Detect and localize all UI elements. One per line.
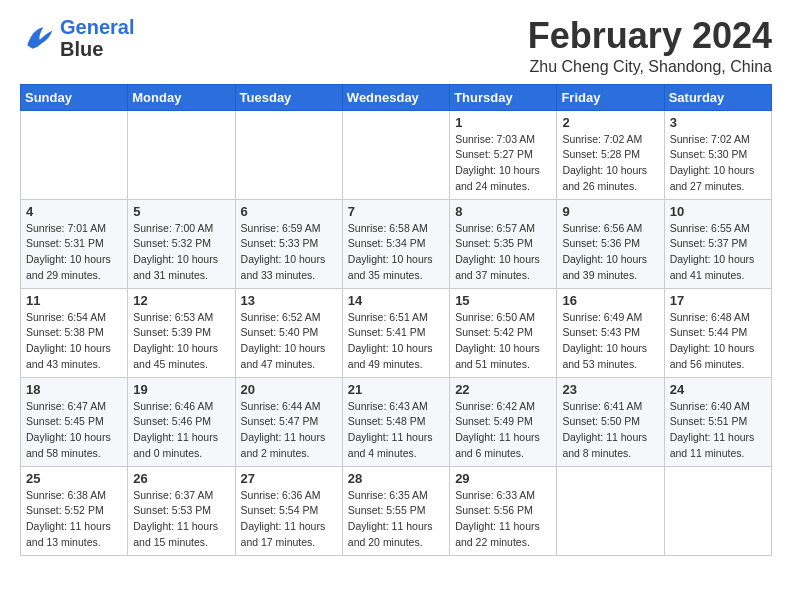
calendar-cell: 3Sunrise: 7:02 AMSunset: 5:30 PMDaylight…: [664, 110, 771, 199]
calendar-cell: [21, 110, 128, 199]
day-number: 8: [455, 204, 551, 219]
calendar-cell: 21Sunrise: 6:43 AMSunset: 5:48 PMDayligh…: [342, 377, 449, 466]
location-subtitle: Zhu Cheng City, Shandong, China: [528, 58, 772, 76]
day-number: 18: [26, 382, 122, 397]
day-info: Sunrise: 6:44 AMSunset: 5:47 PMDaylight:…: [241, 399, 337, 462]
logo: General Blue: [20, 16, 134, 60]
calendar-cell: 11Sunrise: 6:54 AMSunset: 5:38 PMDayligh…: [21, 288, 128, 377]
day-info: Sunrise: 6:37 AMSunset: 5:53 PMDaylight:…: [133, 488, 229, 551]
calendar-cell: 1Sunrise: 7:03 AMSunset: 5:27 PMDaylight…: [450, 110, 557, 199]
weekday-header-tuesday: Tuesday: [235, 84, 342, 110]
day-number: 19: [133, 382, 229, 397]
day-number: 2: [562, 115, 658, 130]
day-number: 28: [348, 471, 444, 486]
title-area: February 2024 Zhu Cheng City, Shandong, …: [528, 16, 772, 76]
weekday-header-monday: Monday: [128, 84, 235, 110]
day-number: 24: [670, 382, 766, 397]
day-info: Sunrise: 6:50 AMSunset: 5:42 PMDaylight:…: [455, 310, 551, 373]
calendar-cell: 25Sunrise: 6:38 AMSunset: 5:52 PMDayligh…: [21, 466, 128, 555]
calendar-cell: [557, 466, 664, 555]
calendar-week-row: 1Sunrise: 7:03 AMSunset: 5:27 PMDaylight…: [21, 110, 772, 199]
calendar-cell: 9Sunrise: 6:56 AMSunset: 5:36 PMDaylight…: [557, 199, 664, 288]
day-number: 27: [241, 471, 337, 486]
day-number: 16: [562, 293, 658, 308]
day-info: Sunrise: 7:00 AMSunset: 5:32 PMDaylight:…: [133, 221, 229, 284]
day-info: Sunrise: 6:47 AMSunset: 5:45 PMDaylight:…: [26, 399, 122, 462]
day-info: Sunrise: 7:02 AMSunset: 5:28 PMDaylight:…: [562, 132, 658, 195]
weekday-header-sunday: Sunday: [21, 84, 128, 110]
calendar-cell: 19Sunrise: 6:46 AMSunset: 5:46 PMDayligh…: [128, 377, 235, 466]
calendar-cell: 10Sunrise: 6:55 AMSunset: 5:37 PMDayligh…: [664, 199, 771, 288]
calendar-cell: 13Sunrise: 6:52 AMSunset: 5:40 PMDayligh…: [235, 288, 342, 377]
weekday-header-wednesday: Wednesday: [342, 84, 449, 110]
day-number: 22: [455, 382, 551, 397]
calendar-cell: 7Sunrise: 6:58 AMSunset: 5:34 PMDaylight…: [342, 199, 449, 288]
month-year-title: February 2024: [528, 16, 772, 56]
calendar-cell: 29Sunrise: 6:33 AMSunset: 5:56 PMDayligh…: [450, 466, 557, 555]
day-info: Sunrise: 6:52 AMSunset: 5:40 PMDaylight:…: [241, 310, 337, 373]
day-number: 11: [26, 293, 122, 308]
day-number: 3: [670, 115, 766, 130]
day-info: Sunrise: 6:35 AMSunset: 5:55 PMDaylight:…: [348, 488, 444, 551]
day-number: 6: [241, 204, 337, 219]
day-info: Sunrise: 6:42 AMSunset: 5:49 PMDaylight:…: [455, 399, 551, 462]
day-number: 25: [26, 471, 122, 486]
day-info: Sunrise: 6:46 AMSunset: 5:46 PMDaylight:…: [133, 399, 229, 462]
day-number: 26: [133, 471, 229, 486]
calendar-cell: 18Sunrise: 6:47 AMSunset: 5:45 PMDayligh…: [21, 377, 128, 466]
calendar-table: SundayMondayTuesdayWednesdayThursdayFrid…: [20, 84, 772, 556]
day-number: 5: [133, 204, 229, 219]
day-info: Sunrise: 6:49 AMSunset: 5:43 PMDaylight:…: [562, 310, 658, 373]
calendar-cell: 8Sunrise: 6:57 AMSunset: 5:35 PMDaylight…: [450, 199, 557, 288]
day-number: 20: [241, 382, 337, 397]
calendar-cell: 12Sunrise: 6:53 AMSunset: 5:39 PMDayligh…: [128, 288, 235, 377]
logo-icon: [20, 20, 56, 56]
calendar-header: SundayMondayTuesdayWednesdayThursdayFrid…: [21, 84, 772, 110]
day-number: 9: [562, 204, 658, 219]
calendar-cell: 27Sunrise: 6:36 AMSunset: 5:54 PMDayligh…: [235, 466, 342, 555]
day-info: Sunrise: 7:03 AMSunset: 5:27 PMDaylight:…: [455, 132, 551, 195]
day-number: 14: [348, 293, 444, 308]
calendar-cell: 15Sunrise: 6:50 AMSunset: 5:42 PMDayligh…: [450, 288, 557, 377]
calendar-cell: [664, 466, 771, 555]
calendar-cell: 17Sunrise: 6:48 AMSunset: 5:44 PMDayligh…: [664, 288, 771, 377]
day-number: 1: [455, 115, 551, 130]
weekday-header-saturday: Saturday: [664, 84, 771, 110]
weekday-header-row: SundayMondayTuesdayWednesdayThursdayFrid…: [21, 84, 772, 110]
calendar-cell: 16Sunrise: 6:49 AMSunset: 5:43 PMDayligh…: [557, 288, 664, 377]
calendar-week-row: 18Sunrise: 6:47 AMSunset: 5:45 PMDayligh…: [21, 377, 772, 466]
calendar-cell: 28Sunrise: 6:35 AMSunset: 5:55 PMDayligh…: [342, 466, 449, 555]
page-header: General Blue February 2024 Zhu Cheng Cit…: [20, 16, 772, 76]
day-info: Sunrise: 6:57 AMSunset: 5:35 PMDaylight:…: [455, 221, 551, 284]
day-info: Sunrise: 6:36 AMSunset: 5:54 PMDaylight:…: [241, 488, 337, 551]
day-info: Sunrise: 6:58 AMSunset: 5:34 PMDaylight:…: [348, 221, 444, 284]
day-number: 17: [670, 293, 766, 308]
calendar-cell: 22Sunrise: 6:42 AMSunset: 5:49 PMDayligh…: [450, 377, 557, 466]
calendar-cell: 26Sunrise: 6:37 AMSunset: 5:53 PMDayligh…: [128, 466, 235, 555]
calendar-cell: 24Sunrise: 6:40 AMSunset: 5:51 PMDayligh…: [664, 377, 771, 466]
day-info: Sunrise: 7:02 AMSunset: 5:30 PMDaylight:…: [670, 132, 766, 195]
day-info: Sunrise: 6:43 AMSunset: 5:48 PMDaylight:…: [348, 399, 444, 462]
day-info: Sunrise: 6:55 AMSunset: 5:37 PMDaylight:…: [670, 221, 766, 284]
day-number: 4: [26, 204, 122, 219]
calendar-week-row: 25Sunrise: 6:38 AMSunset: 5:52 PMDayligh…: [21, 466, 772, 555]
day-number: 13: [241, 293, 337, 308]
calendar-cell: [342, 110, 449, 199]
day-info: Sunrise: 6:40 AMSunset: 5:51 PMDaylight:…: [670, 399, 766, 462]
calendar-cell: [128, 110, 235, 199]
calendar-cell: 6Sunrise: 6:59 AMSunset: 5:33 PMDaylight…: [235, 199, 342, 288]
calendar-cell: [235, 110, 342, 199]
calendar-week-row: 4Sunrise: 7:01 AMSunset: 5:31 PMDaylight…: [21, 199, 772, 288]
day-info: Sunrise: 6:38 AMSunset: 5:52 PMDaylight:…: [26, 488, 122, 551]
calendar-cell: 5Sunrise: 7:00 AMSunset: 5:32 PMDaylight…: [128, 199, 235, 288]
day-number: 15: [455, 293, 551, 308]
day-number: 12: [133, 293, 229, 308]
day-info: Sunrise: 6:41 AMSunset: 5:50 PMDaylight:…: [562, 399, 658, 462]
day-number: 10: [670, 204, 766, 219]
day-info: Sunrise: 6:51 AMSunset: 5:41 PMDaylight:…: [348, 310, 444, 373]
calendar-cell: 4Sunrise: 7:01 AMSunset: 5:31 PMDaylight…: [21, 199, 128, 288]
day-number: 23: [562, 382, 658, 397]
day-info: Sunrise: 6:54 AMSunset: 5:38 PMDaylight:…: [26, 310, 122, 373]
day-number: 29: [455, 471, 551, 486]
calendar-cell: 2Sunrise: 7:02 AMSunset: 5:28 PMDaylight…: [557, 110, 664, 199]
